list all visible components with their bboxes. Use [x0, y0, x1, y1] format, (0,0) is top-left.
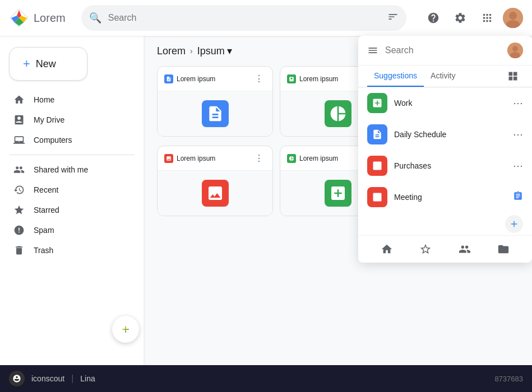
search-panel-footer [358, 235, 532, 263]
search-panel-avatar[interactable] [507, 43, 523, 58]
suggestion-label-daily: Daily Schedule [394, 130, 506, 139]
sidebar-item-trash[interactable]: Trash [0, 240, 135, 260]
header: Lorem 🔍 [0, 0, 532, 36]
app-logo-icon [9, 8, 29, 28]
search-panel-tabs: Suggestions Activity [358, 66, 532, 87]
file-icon-large [325, 180, 351, 207]
file-card-header: Lorem ipsum ⋮ [158, 67, 272, 91]
search-panel-avatar-img [507, 43, 523, 58]
suggestion-item-work[interactable]: Work ⋯ [358, 87, 532, 119]
suggestion-label-purchases: Purchases [394, 161, 506, 170]
sidebar-separator [9, 155, 135, 155]
footer-shared-icon[interactable] [456, 240, 474, 258]
svg-point-9 [512, 46, 518, 52]
purchases-file-icon [367, 156, 387, 176]
file-card-title: Lorem ipsum [164, 154, 215, 163]
search-panel-header [358, 36, 532, 66]
file-card-header: Lorem ipsum ⋮ [158, 146, 272, 171]
file-more-button[interactable]: ⋮ [252, 151, 266, 166]
search-filter-icon[interactable] [387, 11, 399, 25]
tab-activity[interactable]: Activity [424, 66, 462, 87]
file-icon-large [325, 100, 351, 127]
suggestion-item-purchases[interactable]: Purchases ⋯ [358, 150, 532, 181]
file-card-title: Lorem ipsum [164, 74, 215, 83]
sheets-icon [287, 74, 296, 83]
bottom-bar: iconscout | Lina 8737683 [0, 365, 532, 392]
svg-point-6 [509, 12, 517, 20]
starred-icon [13, 204, 25, 216]
sidebar-item-spam[interactable]: Spam [0, 220, 135, 240]
menu-icon[interactable] [367, 45, 378, 56]
header-search-container: 🔍 [81, 5, 406, 31]
suggestion-more-meeting[interactable] [513, 191, 523, 204]
sheets-icon2 [287, 154, 296, 163]
floating-add-button[interactable]: + [112, 316, 139, 343]
floating-add-icon: + [122, 321, 129, 337]
sidebar-item-recent-label: Recent [34, 185, 58, 194]
footer-starred-icon[interactable] [417, 240, 434, 258]
work-file-icon [367, 93, 387, 113]
help-button[interactable] [422, 7, 445, 29]
sidebar-item-home[interactable]: Home [0, 90, 135, 110]
shared-icon [13, 164, 25, 175]
grid-view-button[interactable] [503, 66, 523, 87]
search-input[interactable] [81, 5, 406, 31]
new-button[interactable]: + New [9, 47, 87, 81]
docs-icon [164, 74, 173, 83]
footer-folder-icon[interactable] [494, 240, 512, 258]
file-icon-large [202, 180, 229, 207]
suggestion-item-daily[interactable]: Daily Schedule ⋯ [358, 119, 532, 150]
search-icon: 🔍 [89, 12, 101, 24]
sidebar-item-home-label: Home [34, 95, 54, 104]
breadcrumb-current[interactable]: Ipsum ▾ [197, 45, 232, 57]
sidebar-item-starred[interactable]: Starred [0, 200, 135, 220]
add-item-area [358, 213, 532, 235]
file-card[interactable]: Lorem ipsum ⋮ [157, 146, 273, 216]
header-icons [422, 7, 523, 29]
sidebar-item-shared-label: Shared with me [34, 165, 88, 174]
file-card-body [158, 171, 272, 216]
search-panel: Suggestions Activity Work ⋯ Daily Schedu… [358, 36, 532, 263]
computers-icon [13, 134, 25, 146]
sidebar-item-recent[interactable]: Recent [0, 180, 135, 200]
sidebar: + New Home My Drive [0, 36, 144, 365]
tab-suggestions[interactable]: Suggestions [367, 66, 424, 87]
sidebar-item-trash-label: Trash [34, 246, 53, 255]
new-plus-icon: + [23, 57, 30, 71]
file-more-button[interactable]: ⋮ [252, 71, 266, 86]
avatar[interactable] [503, 8, 523, 28]
header-logo: Lorem [9, 8, 66, 28]
recent-icon [13, 184, 25, 195]
file-card-body [158, 91, 272, 136]
search-panel-input[interactable] [385, 45, 501, 55]
settings-button[interactable] [449, 7, 471, 29]
sidebar-item-computers[interactable]: Computers [0, 130, 135, 150]
sidebar-item-my-drive[interactable]: My Drive [0, 110, 135, 130]
sidebar-item-computers-label: Computers [34, 136, 72, 144]
apps-button[interactable] [476, 7, 498, 29]
slides-icon2 [164, 154, 173, 163]
bottom-bar-divider: | [71, 374, 73, 384]
my-drive-icon [13, 114, 25, 125]
suggestion-item-meeting[interactable]: Meeting [358, 181, 532, 213]
sidebar-item-starred-label: Starred [34, 206, 59, 214]
file-card-title: Lorem ipsum [287, 74, 338, 83]
bottom-bar-site: iconscout [31, 374, 64, 383]
suggestion-label-work: Work [394, 99, 506, 108]
bottom-bar-name: Lina [80, 374, 95, 383]
footer-home-icon[interactable] [378, 240, 396, 258]
file-card-title: Lorem ipsum [287, 154, 338, 163]
meeting-file-icon [367, 187, 387, 207]
suggestion-more-work[interactable]: ⋯ [513, 97, 523, 109]
new-button-label: New [36, 58, 56, 70]
iconscout-logo [9, 371, 25, 386]
suggestion-label-meeting: Meeting [394, 193, 506, 202]
avatar-image [503, 8, 523, 28]
suggestion-more-purchases[interactable]: ⋯ [513, 160, 523, 172]
breadcrumb-chevron-icon: ▾ [227, 45, 232, 57]
sidebar-item-shared[interactable]: Shared with me [0, 160, 135, 180]
file-card[interactable]: Lorem ipsum ⋮ [157, 66, 273, 137]
home-icon [13, 94, 25, 105]
suggestion-more-daily[interactable]: ⋯ [513, 128, 523, 141]
add-item-button[interactable] [505, 215, 523, 233]
